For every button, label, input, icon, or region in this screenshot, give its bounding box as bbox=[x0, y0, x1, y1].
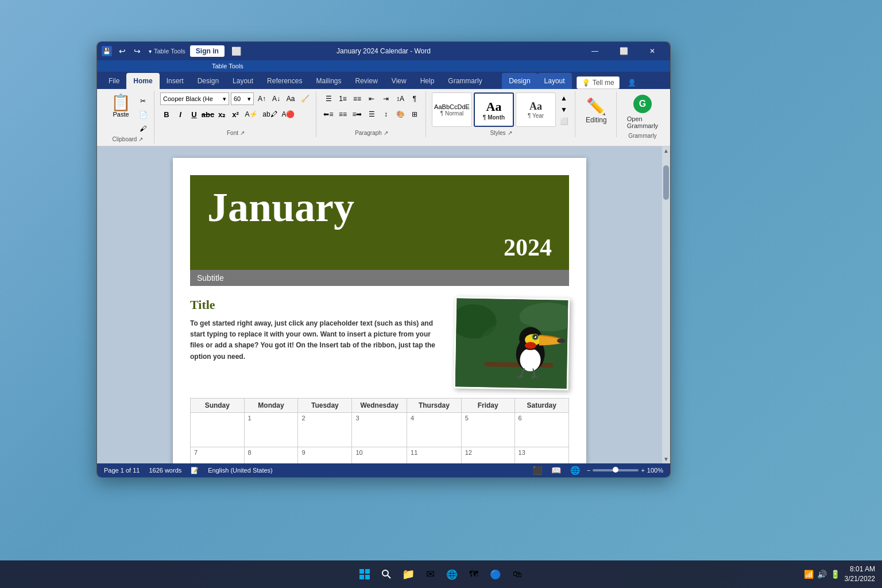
decrease-indent-button[interactable]: ⇤ bbox=[365, 92, 378, 105]
zoom-in-button[interactable]: + bbox=[641, 467, 644, 474]
line-spacing-button[interactable]: ↕ bbox=[380, 108, 392, 121]
tab-review[interactable]: Review bbox=[348, 73, 384, 89]
cal-cell-0-6[interactable]: 6 bbox=[514, 413, 568, 447]
mail-button[interactable]: ✉ bbox=[421, 565, 439, 583]
tab-table-layout[interactable]: Layout bbox=[537, 73, 572, 89]
font-dialog-launcher[interactable]: ↗ bbox=[240, 130, 245, 136]
page-count[interactable]: Page 1 of 11 bbox=[104, 467, 140, 474]
battery-icon[interactable]: 🔋 bbox=[830, 570, 840, 579]
zoom-slider[interactable] bbox=[593, 469, 639, 471]
multilevel-button[interactable]: ≡≡ bbox=[351, 92, 363, 105]
edge-button[interactable]: 🔵 bbox=[486, 565, 505, 583]
align-left-button[interactable]: ⬅≡ bbox=[322, 108, 335, 121]
vertical-scrollbar[interactable]: ▲ ▼ bbox=[662, 146, 670, 463]
start-button[interactable] bbox=[355, 565, 374, 583]
network-icon[interactable]: 📶 bbox=[804, 570, 814, 579]
cal-cell-0-1[interactable]: 1 bbox=[244, 413, 298, 447]
clear-formatting-button[interactable]: 🧹 bbox=[299, 92, 311, 105]
word-count[interactable]: 1626 words bbox=[149, 467, 181, 474]
paragraph-dialog-launcher[interactable]: ↗ bbox=[384, 130, 388, 136]
style-year[interactable]: Aa ¶ Year bbox=[516, 92, 556, 127]
close-button[interactable]: ✕ bbox=[639, 42, 666, 60]
paste-button[interactable]: 📋 Paste bbox=[106, 92, 136, 135]
show-formatting-button[interactable]: ¶ bbox=[408, 92, 421, 105]
month-title[interactable]: January bbox=[207, 187, 552, 228]
cal-cell-1-5[interactable]: 12 bbox=[461, 447, 514, 464]
increase-indent-button[interactable]: ⇥ bbox=[380, 92, 392, 105]
underline-button[interactable]: U bbox=[188, 108, 200, 121]
tell-me-input[interactable]: 💡 Tell me bbox=[577, 76, 620, 89]
cal-cell-1-6[interactable]: 13 bbox=[514, 447, 568, 464]
tab-table-design[interactable]: Design bbox=[502, 73, 537, 89]
print-layout-view[interactable]: ⬛ bbox=[530, 465, 544, 476]
font-color-button[interactable]: A🔴 bbox=[280, 108, 297, 121]
document-scroll[interactable]: ✛ January 2024 Subtitle Title To get sta… bbox=[97, 146, 662, 463]
track-changes-icon[interactable]: 📝 bbox=[191, 467, 199, 474]
subscript-button[interactable]: x₂ bbox=[215, 108, 228, 121]
scroll-thumb[interactable] bbox=[663, 165, 669, 200]
browser-button[interactable]: 🌐 bbox=[443, 565, 461, 583]
system-clock[interactable]: 8:01 AM 3/21/2022 bbox=[845, 564, 875, 584]
highlight-button[interactable]: ab🖍 bbox=[261, 108, 278, 121]
language[interactable]: English (United States) bbox=[208, 467, 273, 474]
cal-cell-1-0[interactable]: 7 bbox=[191, 447, 245, 464]
volume-icon[interactable]: 🔊 bbox=[817, 570, 827, 579]
bullets-button[interactable]: ☰ bbox=[322, 92, 335, 105]
styles-more[interactable]: ⬜ bbox=[558, 115, 570, 127]
font-size-dropdown[interactable]: 60 ▾ bbox=[231, 92, 254, 105]
open-grammarly-button[interactable]: G Open Grammarly bbox=[622, 92, 663, 131]
cut-button[interactable]: ✂ bbox=[137, 95, 149, 107]
tab-layout[interactable]: Layout bbox=[226, 73, 260, 89]
tab-help[interactable]: Help bbox=[413, 73, 442, 89]
font-family-dropdown[interactable]: Cooper Black (He ▾ bbox=[160, 92, 229, 105]
file-explorer-button[interactable]: 📁 bbox=[399, 565, 417, 583]
align-center-button[interactable]: ≡≡ bbox=[336, 108, 349, 121]
content-body-field[interactable]: To get started right away, just click an… bbox=[190, 318, 443, 362]
sort-button[interactable]: ↕A bbox=[394, 92, 407, 105]
numbering-button[interactable]: 1≡ bbox=[336, 92, 349, 105]
font-shrink-button[interactable]: A↓ bbox=[270, 92, 283, 105]
tab-view[interactable]: View bbox=[385, 73, 413, 89]
style-normal[interactable]: AaBbCcDdE ¶ Normal bbox=[432, 92, 472, 127]
cal-cell-0-0[interactable] bbox=[191, 413, 245, 447]
bold-button[interactable]: B bbox=[160, 108, 173, 121]
minimize-button[interactable]: — bbox=[582, 42, 608, 60]
styles-dialog-launcher[interactable]: ↗ bbox=[508, 130, 512, 136]
cal-cell-0-4[interactable]: 4 bbox=[407, 413, 462, 447]
cal-cell-1-4[interactable]: 11 bbox=[407, 447, 462, 464]
clipboard-dialog-launcher[interactable]: ↗ bbox=[138, 136, 143, 142]
style-month[interactable]: Aa ¶ Month bbox=[474, 92, 514, 127]
change-case-button[interactable]: Aa bbox=[284, 92, 297, 105]
maximize-button[interactable]: ⬜ bbox=[610, 42, 637, 60]
cal-cell-0-3[interactable]: 3 bbox=[352, 413, 407, 447]
cal-cell-1-2[interactable]: 9 bbox=[298, 447, 352, 464]
borders-button[interactable]: ⊞ bbox=[408, 108, 421, 121]
year-title[interactable]: 2024 bbox=[207, 234, 552, 261]
text-effects-button[interactable]: A⚡ bbox=[243, 108, 260, 121]
cal-cell-0-5[interactable]: 5 bbox=[461, 413, 514, 447]
subtitle-field[interactable]: Subtitle bbox=[190, 270, 569, 286]
cal-cell-1-3[interactable]: 10 bbox=[352, 447, 407, 464]
align-right-button[interactable]: ≡➡ bbox=[351, 108, 363, 121]
styles-scroll-up[interactable]: ▲ bbox=[558, 92, 570, 104]
scroll-down-arrow[interactable]: ▼ bbox=[663, 456, 669, 462]
maps-button[interactable]: 🗺 bbox=[465, 565, 483, 583]
copy-button[interactable]: 📄 bbox=[137, 109, 149, 121]
tab-insert[interactable]: Insert bbox=[160, 73, 191, 89]
web-view[interactable]: 🌐 bbox=[568, 465, 582, 476]
editing-button[interactable]: ✏️ Editing bbox=[581, 96, 612, 125]
cal-cell-1-1[interactable]: 8 bbox=[244, 447, 298, 464]
share-button[interactable]: 👤 Share bbox=[624, 77, 661, 88]
italic-button[interactable]: I bbox=[174, 108, 187, 121]
scroll-up-arrow[interactable]: ▲ bbox=[663, 148, 669, 154]
format-painter-button[interactable]: 🖌 bbox=[137, 122, 149, 135]
font-grow-button[interactable]: A↑ bbox=[256, 92, 268, 105]
sign-in-button[interactable]: Sign in bbox=[190, 45, 225, 57]
read-mode-view[interactable]: 📖 bbox=[549, 465, 563, 476]
zoom-out-button[interactable]: − bbox=[587, 467, 590, 474]
cal-cell-0-2[interactable]: 2 bbox=[298, 413, 352, 447]
save-icon[interactable]: 💾 bbox=[102, 46, 112, 56]
tab-file[interactable]: File bbox=[102, 73, 126, 89]
superscript-button[interactable]: x² bbox=[229, 108, 242, 121]
tab-home[interactable]: Home bbox=[126, 73, 159, 89]
